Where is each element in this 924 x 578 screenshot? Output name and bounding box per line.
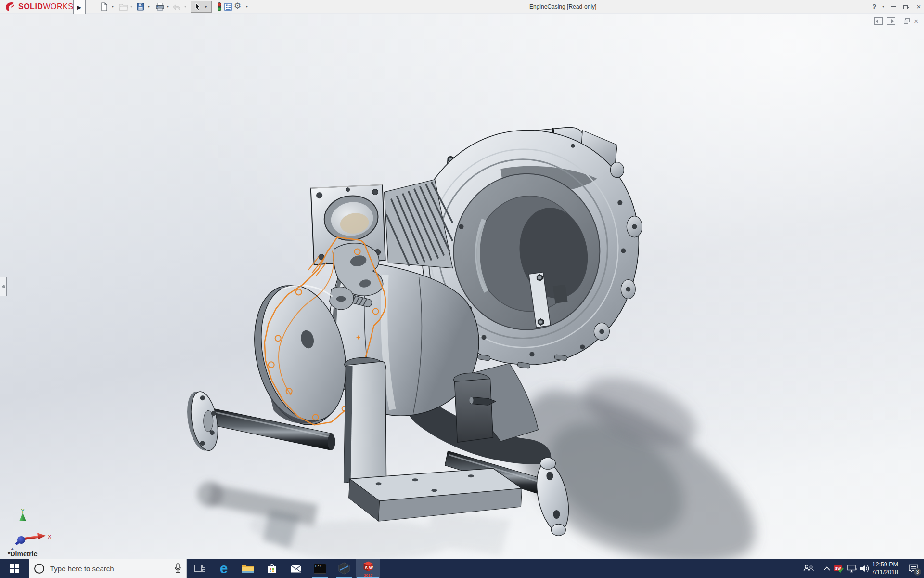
titlebar: SOLIDWORKS ▶ ▾ ▾ bbox=[0, 0, 924, 13]
svg-text:W: W bbox=[369, 565, 373, 570]
mail-icon bbox=[290, 564, 302, 573]
windows-logo-icon bbox=[10, 564, 19, 573]
command-prompt-icon: C:\ bbox=[314, 564, 326, 574]
restore-button[interactable] bbox=[901, 0, 911, 13]
solidworks-check-icon: SW bbox=[834, 564, 844, 573]
window-title: EngineCasing [Read-only] bbox=[529, 3, 596, 10]
undo-caret[interactable]: ▾ bbox=[183, 4, 188, 9]
new-caret[interactable]: ▾ bbox=[110, 4, 115, 9]
document-restore-icon[interactable] bbox=[904, 18, 910, 24]
clock-date: 7/11/2018 bbox=[866, 568, 898, 576]
3d-viewer-button[interactable] bbox=[332, 559, 356, 578]
save-floppy-icon bbox=[136, 2, 145, 11]
microphone-icon[interactable] bbox=[174, 563, 181, 574]
people-icon bbox=[803, 565, 814, 572]
panel-tab-dot-icon bbox=[2, 285, 5, 288]
search-input[interactable] bbox=[44, 565, 174, 573]
taskbar-search[interactable] bbox=[29, 559, 187, 578]
stoplight-button[interactable] bbox=[215, 2, 224, 12]
solidworks-2017-button[interactable]: S W 2017 bbox=[356, 559, 380, 578]
mail-button[interactable] bbox=[284, 559, 308, 578]
brand-text: SOLIDWORKS bbox=[18, 2, 73, 11]
edge-button[interactable]: e bbox=[212, 559, 236, 578]
pane-next-icon[interactable] bbox=[887, 17, 895, 25]
3d-model-engine-casing[interactable] bbox=[0, 14, 924, 559]
document-properties-button[interactable] bbox=[223, 2, 233, 12]
help-caret[interactable]: ▾ bbox=[881, 4, 886, 9]
options-caret[interactable]: ▾ bbox=[244, 4, 249, 9]
select-cursor-icon bbox=[193, 2, 203, 12]
print-icon bbox=[155, 2, 165, 11]
new-document-icon bbox=[100, 2, 108, 11]
command-prompt-button[interactable]: C:\ bbox=[308, 559, 332, 578]
undo-button[interactable] bbox=[172, 2, 182, 12]
feature-panel-collapsed-tab[interactable] bbox=[0, 277, 7, 296]
solidworks-service-button[interactable]: SW bbox=[832, 559, 846, 578]
notification-badge: 3 bbox=[914, 568, 921, 576]
store-icon bbox=[266, 563, 278, 574]
svg-text:SW: SW bbox=[835, 566, 841, 570]
help-button[interactable]: ? bbox=[869, 0, 880, 13]
svg-text:S: S bbox=[365, 565, 368, 570]
commandmanager-flyout-button[interactable]: ▶ bbox=[73, 0, 86, 15]
triad-x-label: X bbox=[48, 534, 51, 539]
undo-arrow-icon bbox=[172, 3, 182, 11]
save-button[interactable] bbox=[136, 2, 145, 12]
open-document-button[interactable] bbox=[118, 2, 128, 12]
open-caret[interactable]: ▾ bbox=[129, 4, 134, 9]
file-explorer-icon bbox=[242, 563, 254, 574]
document-close-icon[interactable]: × bbox=[914, 17, 918, 25]
start-button[interactable] bbox=[0, 559, 29, 578]
close-button[interactable]: × bbox=[913, 0, 924, 13]
triad-y-label: Y bbox=[21, 508, 25, 514]
graphics-viewport[interactable]: × Y X Z *Dimetric bbox=[0, 14, 924, 559]
new-document-button[interactable] bbox=[99, 2, 109, 12]
network-icon bbox=[847, 565, 857, 573]
save-caret[interactable]: ▾ bbox=[146, 4, 151, 9]
solidworks-logo: SOLIDWORKS bbox=[4, 1, 73, 13]
stoplight-icon bbox=[216, 2, 223, 12]
3d-viewer-icon bbox=[338, 562, 350, 575]
cortana-icon bbox=[34, 564, 44, 574]
taskbar-clock[interactable]: 12:59 PM 7/11/2018 bbox=[866, 559, 898, 578]
view-orientation-label: *Dimetric bbox=[8, 550, 37, 558]
options-gear-icon[interactable]: ⚙ bbox=[234, 1, 241, 11]
windows-taskbar: e C:\ bbox=[0, 559, 924, 578]
select-caret[interactable]: ▾ bbox=[204, 5, 208, 9]
chevron-up-icon bbox=[823, 566, 830, 571]
people-button[interactable] bbox=[800, 559, 817, 578]
solidworks-2017-icon: S W 2017 bbox=[361, 560, 375, 577]
open-folder-icon bbox=[119, 3, 128, 11]
edge-icon: e bbox=[220, 561, 228, 576]
task-view-icon bbox=[194, 564, 205, 573]
file-explorer-button[interactable] bbox=[236, 559, 260, 578]
pane-previous-icon[interactable] bbox=[874, 17, 883, 25]
store-button[interactable] bbox=[260, 559, 284, 578]
print-caret[interactable]: ▾ bbox=[166, 4, 170, 9]
desktop: SOLIDWORKS ▶ ▾ ▾ bbox=[0, 0, 924, 578]
select-tool-button[interactable]: ▾ bbox=[191, 1, 212, 13]
document-window-controls: × bbox=[874, 17, 918, 25]
properties-list-icon bbox=[224, 2, 232, 11]
ds-swoosh-icon bbox=[4, 1, 16, 13]
print-button[interactable] bbox=[155, 2, 165, 12]
action-center-button[interactable]: 3 bbox=[903, 559, 924, 578]
clock-time: 12:59 PM bbox=[866, 561, 898, 568]
task-view-button[interactable] bbox=[188, 559, 212, 578]
minimize-button[interactable] bbox=[888, 0, 899, 13]
